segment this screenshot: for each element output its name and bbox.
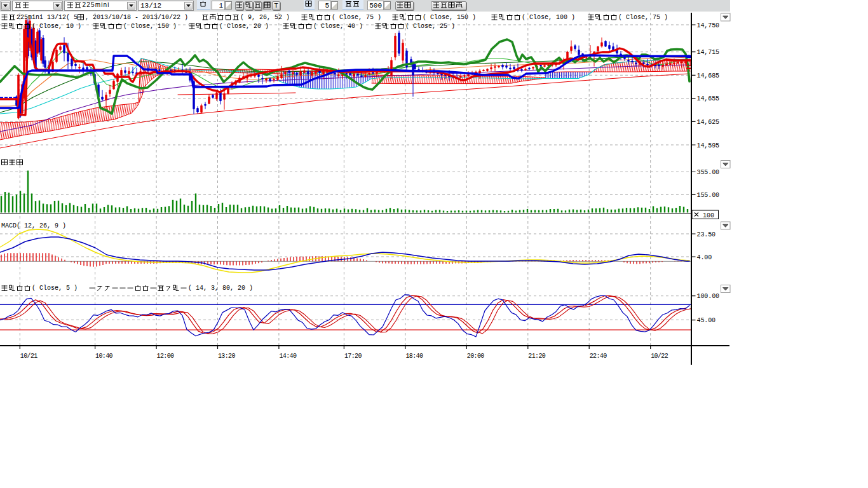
- svg-text:( Close, 40 ): ( Close, 40 ): [313, 23, 363, 30]
- svg-text:17:20: 17:20: [344, 353, 362, 360]
- svg-text:10:40: 10:40: [95, 353, 113, 360]
- svg-text:21:20: 21:20: [528, 353, 546, 360]
- svg-text:100.00: 100.00: [697, 293, 720, 300]
- svg-text:( 9, 26, 52 ): ( 9, 26, 52 ): [240, 14, 290, 21]
- svg-text:45.00: 45.00: [697, 317, 716, 324]
- svg-text:MACD( 12, 26, 9 ): MACD( 12, 26, 9 ): [1, 222, 66, 229]
- svg-text:13:20: 13:20: [218, 353, 236, 360]
- svg-text:23.50: 23.50: [697, 231, 716, 238]
- svg-text:10/22: 10/22: [651, 353, 668, 360]
- svg-text:4.00: 4.00: [697, 254, 712, 261]
- svg-text:14,685: 14,685: [697, 72, 720, 79]
- svg-text:22:40: 22:40: [590, 353, 607, 360]
- svg-text:14:40: 14:40: [279, 353, 297, 360]
- svg-text:355.00: 355.00: [697, 169, 720, 176]
- svg-text:14,715: 14,715: [697, 49, 720, 56]
- svg-text:( Close, 20 ): ( Close, 20 ): [219, 23, 269, 30]
- svg-text:( Close, 150 ): ( Close, 150 ): [423, 14, 476, 21]
- svg-text:( Close, 100 ): ( Close, 100 ): [522, 14, 575, 21]
- svg-text:155.00: 155.00: [697, 192, 720, 199]
- svg-text:( Close, 10 ): ( Close, 10 ): [32, 23, 81, 30]
- svg-text:14,595: 14,595: [697, 142, 720, 149]
- svg-text:, 2013/10/18 - 2013/10/22 ): , 2013/10/18 - 2013/10/22 ): [85, 14, 188, 21]
- svg-text:( Close, 75 ): ( Close, 75 ): [332, 14, 381, 21]
- svg-text:18:40: 18:40: [405, 353, 423, 360]
- svg-text:100: 100: [703, 212, 714, 219]
- svg-text:10/21: 10/21: [20, 353, 38, 360]
- svg-text:( Close, 25 ): ( Close, 25 ): [405, 23, 455, 30]
- svg-text:12:00: 12:00: [157, 353, 175, 360]
- svg-text:( Close, 75 ): ( Close, 75 ): [618, 14, 668, 21]
- svg-text:14,750: 14,750: [697, 22, 720, 29]
- svg-text:( Close, 5 ): ( Close, 5 ): [32, 285, 78, 292]
- svg-text:14,655: 14,655: [697, 95, 720, 102]
- svg-text:14,625: 14,625: [697, 119, 720, 126]
- svg-text:225mini 13/12( 5: 225mini 13/12( 5: [17, 14, 78, 21]
- svg-text:( Close, 150 ): ( Close, 150 ): [123, 23, 177, 30]
- svg-text:225mini: 225mini: [83, 1, 109, 8]
- svg-text:( 14, 3, 80, 20 ): ( 14, 3, 80, 20 ): [188, 285, 253, 292]
- svg-text:20:00: 20:00: [467, 353, 485, 360]
